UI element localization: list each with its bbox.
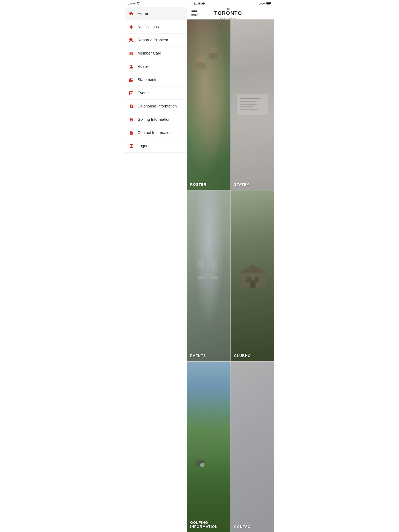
tile-roster-label: ROSTER [190,183,206,187]
svg-rect-7 [131,52,132,55]
svg-rect-4 [130,52,130,55]
svg-rect-17 [240,101,255,102]
statements-icon [129,77,134,82]
svg-point-12 [195,62,207,69]
sidebar-item-home[interactable]: Home [125,7,187,20]
svg-rect-9 [133,52,133,55]
sidebar-label-golfing-info: Golfing Information [138,117,170,122]
logout-icon [129,143,134,149]
svg-point-14 [208,53,218,59]
svg-point-23 [198,258,206,270]
app-container: Home Notifications Report a Problem [125,7,274,532]
sidebar-item-golfing-info[interactable]: Golfing Information [125,113,187,126]
sidebar-empty-space [125,153,187,192]
status-time: 11:09 AM [194,2,206,5]
status-bar: Carrier 11:09 AM 100% [125,0,274,7]
content-grid: ROSTER STATEM [187,19,274,532]
sidebar-item-clubhouse-info[interactable]: Clubhouse Information [125,100,187,113]
tile-golfing-label: GOLFING INFORMATION [190,521,231,529]
menu-bar-1 [192,10,197,11]
svg-rect-8 [132,52,132,55]
svg-rect-19 [240,107,253,108]
svg-text:30: 30 [130,93,132,95]
svg-rect-5 [130,52,131,55]
tile-roster-bg [187,19,231,190]
card-icon [129,51,134,56]
sidebar-item-notifications[interactable]: Notifications [125,20,187,33]
battery-label: 100% [259,2,265,5]
sidebar-label-notifications: Notifications [138,25,159,29]
svg-point-13 [210,46,217,53]
tile-contact-bg [231,362,275,532]
brand-logo: THE TORONTO GOLF CLUB [214,7,242,19]
main-panel: MENU THE TORONTO GOLF CLUB [187,7,274,532]
svg-rect-16 [240,98,260,99]
svg-rect-1 [271,3,271,4]
tile-events-label: EVENTS [190,354,206,358]
svg-rect-6 [131,52,131,55]
carrier-label: Carrier [128,2,135,5]
tile-golfing[interactable]: GOLFING INFORMATION [187,362,231,532]
tile-statements[interactable]: STATEM [231,19,275,190]
svg-point-11 [197,56,205,63]
sidebar-label-home: Home [138,11,148,16]
tile-clubhouse-label: CLUBHO [234,354,251,358]
svg-rect-20 [240,109,259,110]
tile-statements-bg [231,19,275,190]
sidebar-item-contact-info[interactable]: Contact Information [125,126,187,139]
svg-point-26 [210,258,218,270]
document-icon3 [129,130,134,136]
svg-rect-22 [201,269,202,279]
document-icon2 [129,117,134,122]
sidebar-item-events[interactable]: 30 Events [125,86,187,100]
sidebar-label-clubhouse-info: Clubhouse Information [138,104,177,108]
tile-statements-label: STATEM [234,183,250,187]
sidebar-item-logout[interactable]: Logout [125,139,187,153]
calendar-icon: 30 [129,90,134,96]
tile-contact-label: CONTAC [234,525,251,529]
svg-rect-31 [250,280,255,288]
battery-icon [266,2,271,5]
tile-clubhouse-bg [231,190,275,361]
brand-toronto: TORONTO [214,10,242,16]
document-icon [129,104,134,109]
top-bar: MENU THE TORONTO GOLF CLUB [187,7,274,19]
sidebar-item-report-problem[interactable]: Report a Problem [125,33,187,47]
tile-events-bg [187,190,231,361]
svg-rect-2 [267,3,270,4]
sidebar-label-statements: Statements [138,77,157,82]
svg-rect-18 [240,104,257,105]
home-icon [129,11,134,16]
sidebar-label-contact-info: Contact Information [138,130,172,135]
tile-golfing-bg [187,362,231,532]
brand-the: THE [225,8,231,10]
sidebar-item-roster[interactable]: Roster [125,60,187,73]
menu-bar-3 [192,13,197,13]
sidebar: Home Notifications Report a Problem [125,7,187,532]
tile-events[interactable]: EVENTS [187,190,231,361]
sidebar-label-roster: Roster [138,64,149,69]
sidebar-label-logout: Logout [138,144,149,148]
sidebar-item-statements[interactable]: Statements [125,73,187,86]
wrench-icon [129,37,134,43]
bell-icon [129,24,134,30]
svg-marker-28 [238,265,267,273]
tile-clubhouse[interactable]: CLUBHO [231,190,275,361]
sidebar-label-member-card: Member Card [138,51,161,56]
sidebar-item-member-card[interactable]: Member Card [125,47,187,60]
menu-label: MENU [191,14,198,16]
brand-golf-club: GOLF CLUB [219,17,237,19]
sidebar-label-report-problem: Report a Problem [138,38,168,42]
person-icon [129,64,134,69]
tile-contact[interactable]: CONTAC [231,362,275,532]
menu-button[interactable]: MENU [191,10,198,16]
menu-bar-2 [192,11,197,12]
svg-rect-25 [213,269,214,279]
wifi-icon [137,2,140,5]
tile-roster[interactable]: ROSTER [187,19,231,190]
svg-rect-3 [129,52,130,55]
sidebar-label-events: Events [138,91,149,95]
